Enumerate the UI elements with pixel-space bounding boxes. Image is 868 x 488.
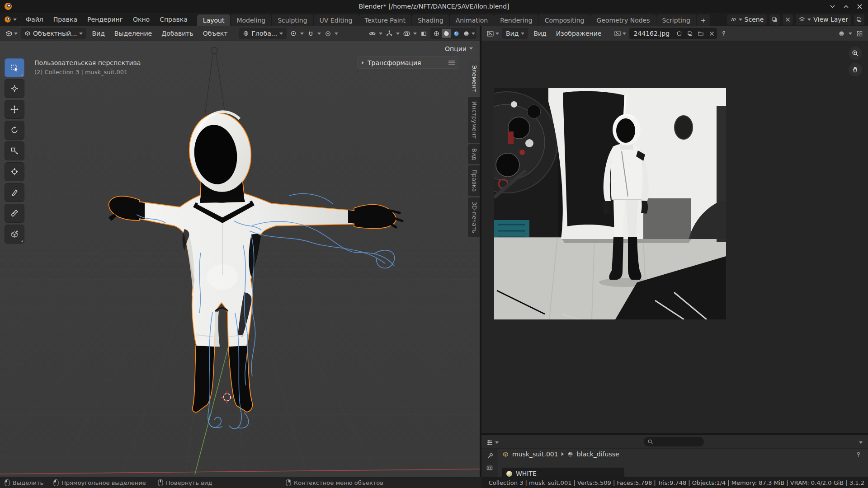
chevron-down-icon[interactable] [413,33,417,35]
menu-help[interactable]: Справка [155,13,193,26]
tab-animation[interactable]: Animation [450,14,494,26]
shading-wireframe-button[interactable] [432,29,441,38]
sidebar-tab-3dprint[interactable]: 3D-печать [468,197,480,237]
material-slot-row[interactable]: WHITE [502,468,624,477]
menu-edit[interactable]: Правка [48,13,82,26]
tab-modeling[interactable]: Modeling [231,14,271,26]
viewport-menu-view[interactable]: Вид [88,30,108,37]
menu-render[interactable]: Рендеринг [82,13,128,26]
tool-move[interactable] [5,100,24,119]
minimize-icon[interactable] [826,0,839,13]
properties-options-button[interactable] [857,436,864,448]
transform-orientation-selector[interactable]: Глоба... [239,28,287,39]
properties-search-input[interactable] [644,437,704,446]
chevron-down-icon[interactable] [849,33,852,35]
viewport-canvas[interactable] [0,41,480,477]
menu-window[interactable]: Окно [128,13,155,26]
shading-rendered-button[interactable] [462,29,471,38]
display-channels-button[interactable] [836,28,847,39]
viewport-menu-object[interactable]: Объект [199,30,232,37]
pin-id-button[interactable] [855,451,862,458]
zoom-button[interactable] [849,47,862,60]
pan-button[interactable] [849,63,862,76]
sidebar-tab-edit[interactable]: Правка [468,165,480,196]
tab-tool-icon[interactable] [486,452,493,460]
chevron-down-icon[interactable] [335,33,338,35]
chevron-down-icon[interactable] [300,33,304,35]
tab-sculpting[interactable]: Sculpting [272,14,313,26]
image-editor[interactable] [481,41,868,433]
object-visibility-button[interactable] [367,28,377,39]
xray-toggle-button[interactable] [418,28,429,39]
tool-scale[interactable] [5,141,24,160]
tool-measure[interactable] [5,204,24,223]
breadcrumb-material[interactable]: black_difusse [577,450,619,458]
tab-layout[interactable]: Layout [197,14,231,26]
shading-material-button[interactable] [452,29,461,38]
viewport-3d[interactable]: Пользовательская перспектива (2) Collect… [0,41,480,477]
add-workspace-button[interactable]: + [697,14,710,26]
shading-solid-button[interactable] [442,29,451,38]
options-button[interactable]: Опции [441,43,477,54]
chevron-down-icon[interactable] [396,33,400,35]
tab-geometry-nodes[interactable]: Geometry Nodes [590,14,656,26]
fake-user-shield-button[interactable] [674,28,684,39]
chevron-down-icon[interactable] [379,33,382,35]
view-layer-selector[interactable]: View Layer [796,14,851,25]
tool-select-box[interactable] [5,58,24,77]
editor-type-selector[interactable] [3,28,19,39]
browse-image-button[interactable] [612,28,628,39]
close-icon[interactable] [853,0,866,13]
unlink-image-button[interactable] [706,28,717,39]
tool-annotate[interactable] [5,183,24,202]
mode-selector[interactable]: Объектный... [21,28,86,39]
tab-texture-paint[interactable]: Texture Paint [359,14,411,26]
transform-panel-header[interactable]: Трансформация [357,56,459,69]
tool-add-primitive[interactable] [5,225,24,244]
overlays-button[interactable] [401,28,412,39]
tab-shading[interactable]: Shading [412,14,449,26]
image-options-button[interactable] [854,28,865,39]
tab-render-icon[interactable] [486,464,493,471]
tool-transform[interactable] [5,162,24,181]
unlink-scene-button[interactable] [783,14,793,25]
scene-selector[interactable]: Scene [727,14,767,25]
maximize-icon[interactable] [839,0,853,13]
image-menu-image[interactable]: Изображение [552,30,606,37]
breadcrumb-object[interactable]: musk_suit.001 [512,450,558,458]
chevron-down-icon[interactable] [472,33,475,35]
new-scene-button[interactable] [769,14,780,25]
viewport-menu-select[interactable]: Выделение [110,30,156,37]
image-name[interactable]: 244162.jpg [629,30,674,37]
tool-cursor[interactable] [5,79,24,98]
duplicate-image-button[interactable] [684,28,695,39]
tab-scripting[interactable]: Scripting [656,14,696,26]
sidebar-tab-tool[interactable]: Инструмент [468,97,480,143]
image-mode-selector[interactable]: Вид [502,28,528,39]
reference-image[interactable] [494,88,726,319]
pivot-point-button[interactable] [288,28,299,39]
menu-file[interactable]: Файл [21,13,48,26]
editor-type-selector[interactable] [484,436,500,448]
new-view-layer-button[interactable] [854,14,864,25]
viewport-menu-add[interactable]: Добавить [157,30,197,37]
tool-rotate[interactable] [5,121,24,140]
properties-editor-icon [486,439,494,446]
proportional-editing-button[interactable] [322,28,333,39]
panel-grip-icon[interactable] [448,61,455,65]
app-menu-button[interactable] [0,13,21,26]
chevron-down-icon[interactable] [317,33,321,35]
tab-uv-editing[interactable]: UV Editing [314,14,359,26]
hand-icon [852,66,859,73]
image-menu-view[interactable]: Вид [529,30,550,37]
open-image-button[interactable] [695,28,706,39]
editor-type-selector[interactable] [485,28,501,39]
gizmos-button[interactable] [384,28,395,39]
sidebar-tab-view[interactable]: Вид [468,144,480,164]
snap-toggle-button[interactable] [305,28,316,39]
tab-compositing[interactable]: Compositing [539,14,590,26]
tab-rendering[interactable]: Rendering [494,14,538,26]
chevron-down-icon [495,441,499,444]
pin-button[interactable] [718,28,729,39]
sidebar-tab-item[interactable]: Элемент [468,61,480,96]
